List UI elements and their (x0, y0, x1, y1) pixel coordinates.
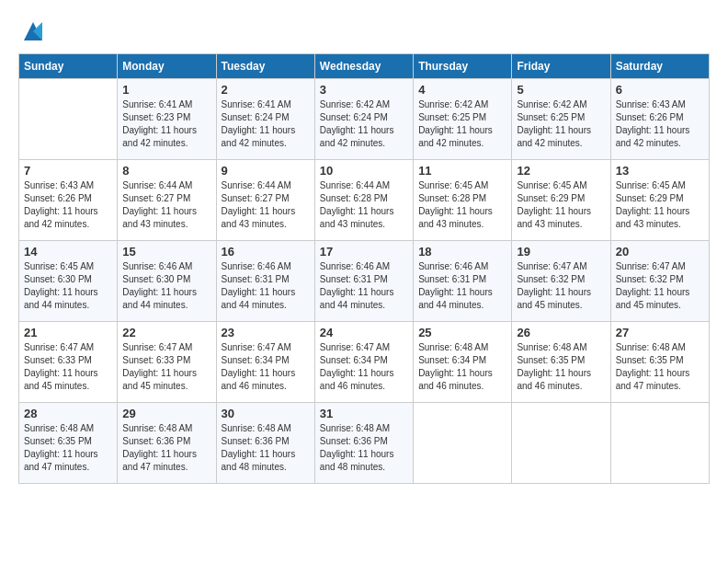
calendar-cell: 19Sunrise: 6:47 AM Sunset: 6:32 PM Dayli… (512, 241, 610, 322)
day-info: Sunrise: 6:48 AM Sunset: 6:34 PM Dayligh… (418, 341, 506, 393)
page-header (18, 18, 710, 44)
calendar-cell: 12Sunrise: 6:45 AM Sunset: 6:29 PM Dayli… (512, 160, 610, 241)
day-number: 14 (24, 245, 112, 259)
day-info: Sunrise: 6:46 AM Sunset: 6:31 PM Dayligh… (320, 260, 408, 312)
day-number: 7 (24, 164, 112, 178)
weekday-header: Wednesday (314, 54, 413, 79)
day-number: 22 (122, 326, 210, 339)
day-info: Sunrise: 6:47 AM Sunset: 6:34 PM Dayligh… (320, 341, 408, 393)
day-info: Sunrise: 6:45 AM Sunset: 6:30 PM Dayligh… (24, 260, 112, 312)
calendar-cell: 27Sunrise: 6:48 AM Sunset: 6:35 PM Dayli… (610, 322, 709, 403)
calendar-table: SundayMondayTuesdayWednesdayThursdayFrid… (18, 53, 710, 484)
calendar-cell: 20Sunrise: 6:47 AM Sunset: 6:32 PM Dayli… (610, 241, 709, 322)
calendar-cell: 11Sunrise: 6:45 AM Sunset: 6:28 PM Dayli… (414, 160, 512, 241)
day-info: Sunrise: 6:47 AM Sunset: 6:32 PM Dayligh… (616, 260, 704, 312)
day-number: 27 (616, 326, 704, 339)
weekday-header: Tuesday (216, 54, 314, 79)
day-number: 18 (418, 245, 506, 259)
calendar-cell: 7Sunrise: 6:43 AM Sunset: 6:26 PM Daylig… (19, 160, 118, 241)
day-info: Sunrise: 6:42 AM Sunset: 6:25 PM Dayligh… (517, 98, 605, 150)
day-number: 20 (616, 245, 704, 259)
day-info: Sunrise: 6:42 AM Sunset: 6:25 PM Dayligh… (418, 98, 506, 150)
day-number: 21 (24, 326, 112, 339)
calendar-cell: 6Sunrise: 6:43 AM Sunset: 6:26 PM Daylig… (610, 79, 709, 160)
calendar-cell: 31Sunrise: 6:48 AM Sunset: 6:36 PM Dayli… (314, 403, 413, 484)
day-number: 30 (222, 407, 310, 420)
day-number: 26 (517, 326, 605, 339)
calendar-cell: 5Sunrise: 6:42 AM Sunset: 6:25 PM Daylig… (512, 79, 610, 160)
calendar-cell: 21Sunrise: 6:47 AM Sunset: 6:33 PM Dayli… (19, 322, 118, 403)
day-info: Sunrise: 6:47 AM Sunset: 6:33 PM Dayligh… (24, 341, 112, 393)
calendar-cell: 4Sunrise: 6:42 AM Sunset: 6:25 PM Daylig… (414, 79, 512, 160)
day-info: Sunrise: 6:45 AM Sunset: 6:29 PM Dayligh… (616, 179, 704, 231)
day-info: Sunrise: 6:43 AM Sunset: 6:26 PM Dayligh… (616, 98, 704, 150)
day-number: 10 (320, 164, 408, 178)
day-number: 15 (122, 245, 210, 259)
day-number: 25 (418, 326, 506, 339)
calendar-cell: 16Sunrise: 6:46 AM Sunset: 6:31 PM Dayli… (216, 241, 314, 322)
day-info: Sunrise: 6:44 AM Sunset: 6:27 PM Dayligh… (122, 179, 210, 231)
calendar-cell (610, 403, 709, 484)
day-info: Sunrise: 6:45 AM Sunset: 6:28 PM Dayligh… (418, 179, 506, 231)
weekday-header: Thursday (414, 54, 512, 79)
calendar-cell: 13Sunrise: 6:45 AM Sunset: 6:29 PM Dayli… (610, 160, 709, 241)
day-number: 5 (517, 83, 605, 97)
day-number: 16 (222, 245, 310, 259)
calendar-cell: 23Sunrise: 6:47 AM Sunset: 6:34 PM Dayli… (216, 322, 314, 403)
calendar-week-row: 21Sunrise: 6:47 AM Sunset: 6:33 PM Dayli… (19, 322, 710, 403)
calendar-cell: 22Sunrise: 6:47 AM Sunset: 6:33 PM Dayli… (118, 322, 216, 403)
calendar-cell: 29Sunrise: 6:48 AM Sunset: 6:36 PM Dayli… (118, 403, 216, 484)
day-info: Sunrise: 6:48 AM Sunset: 6:36 PM Dayligh… (222, 422, 310, 474)
day-info: Sunrise: 6:41 AM Sunset: 6:24 PM Dayligh… (222, 98, 310, 150)
calendar-cell: 9Sunrise: 6:44 AM Sunset: 6:27 PM Daylig… (216, 160, 314, 241)
day-number: 6 (616, 83, 704, 97)
day-number: 2 (222, 83, 310, 97)
calendar-week-row: 28Sunrise: 6:48 AM Sunset: 6:35 PM Dayli… (19, 403, 710, 484)
weekday-header-row: SundayMondayTuesdayWednesdayThursdayFrid… (19, 54, 710, 79)
calendar-cell: 30Sunrise: 6:48 AM Sunset: 6:36 PM Dayli… (216, 403, 314, 484)
calendar-cell: 1Sunrise: 6:41 AM Sunset: 6:23 PM Daylig… (118, 79, 216, 160)
calendar-cell: 14Sunrise: 6:45 AM Sunset: 6:30 PM Dayli… (19, 241, 118, 322)
day-info: Sunrise: 6:48 AM Sunset: 6:35 PM Dayligh… (616, 341, 704, 393)
weekday-header: Monday (118, 54, 216, 79)
day-number: 4 (418, 83, 506, 97)
calendar-cell: 24Sunrise: 6:47 AM Sunset: 6:34 PM Dayli… (314, 322, 413, 403)
day-info: Sunrise: 6:47 AM Sunset: 6:32 PM Dayligh… (517, 260, 605, 312)
weekday-header: Sunday (19, 54, 118, 79)
calendar-cell: 18Sunrise: 6:46 AM Sunset: 6:31 PM Dayli… (414, 241, 512, 322)
day-info: Sunrise: 6:42 AM Sunset: 6:24 PM Dayligh… (320, 98, 408, 150)
calendar-cell: 15Sunrise: 6:46 AM Sunset: 6:30 PM Dayli… (118, 241, 216, 322)
day-info: Sunrise: 6:43 AM Sunset: 6:26 PM Dayligh… (24, 179, 112, 231)
day-number: 8 (122, 164, 210, 178)
logo (18, 18, 46, 44)
day-info: Sunrise: 6:46 AM Sunset: 6:31 PM Dayligh… (418, 260, 506, 312)
day-number: 11 (418, 164, 506, 178)
calendar-cell (414, 403, 512, 484)
day-info: Sunrise: 6:46 AM Sunset: 6:30 PM Dayligh… (122, 260, 210, 312)
day-number: 29 (122, 407, 210, 420)
day-info: Sunrise: 6:41 AM Sunset: 6:23 PM Dayligh… (122, 98, 210, 150)
day-info: Sunrise: 6:48 AM Sunset: 6:36 PM Dayligh… (320, 422, 408, 474)
day-number: 9 (222, 164, 310, 178)
calendar-cell (512, 403, 610, 484)
day-info: Sunrise: 6:45 AM Sunset: 6:29 PM Dayligh… (517, 179, 605, 231)
day-info: Sunrise: 6:47 AM Sunset: 6:33 PM Dayligh… (122, 341, 210, 393)
day-info: Sunrise: 6:46 AM Sunset: 6:31 PM Dayligh… (222, 260, 310, 312)
calendar-cell: 26Sunrise: 6:48 AM Sunset: 6:35 PM Dayli… (512, 322, 610, 403)
calendar-cell: 2Sunrise: 6:41 AM Sunset: 6:24 PM Daylig… (216, 79, 314, 160)
calendar-week-row: 14Sunrise: 6:45 AM Sunset: 6:30 PM Dayli… (19, 241, 710, 322)
day-number: 1 (122, 83, 210, 97)
day-info: Sunrise: 6:48 AM Sunset: 6:35 PM Dayligh… (24, 422, 112, 474)
day-info: Sunrise: 6:44 AM Sunset: 6:28 PM Dayligh… (320, 179, 408, 231)
day-number: 23 (222, 326, 310, 339)
calendar-cell: 28Sunrise: 6:48 AM Sunset: 6:35 PM Dayli… (19, 403, 118, 484)
weekday-header: Saturday (610, 54, 709, 79)
day-info: Sunrise: 6:47 AM Sunset: 6:34 PM Dayligh… (222, 341, 310, 393)
day-number: 3 (320, 83, 408, 97)
calendar-cell: 8Sunrise: 6:44 AM Sunset: 6:27 PM Daylig… (118, 160, 216, 241)
day-number: 17 (320, 245, 408, 259)
day-number: 24 (320, 326, 408, 339)
day-number: 28 (24, 407, 112, 420)
weekday-header: Friday (512, 54, 610, 79)
calendar-cell: 17Sunrise: 6:46 AM Sunset: 6:31 PM Dayli… (314, 241, 413, 322)
